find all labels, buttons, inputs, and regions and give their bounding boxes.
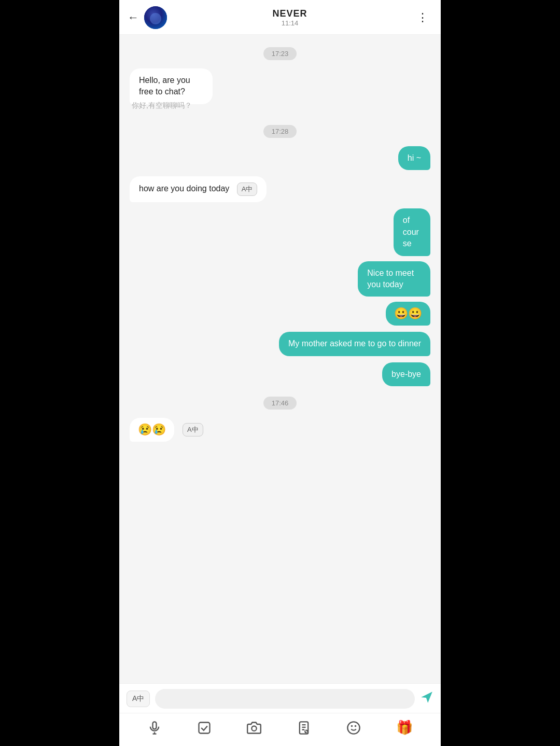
header: ← NEVER 11:14 ⋮ [119,0,441,35]
bubble-hi: hi ~ [398,146,430,170]
menu-button[interactable]: ⋮ [413,9,432,26]
bubble-hello: Hello, are you free to chat? [130,68,213,104]
svg-point-2 [251,726,256,730]
bubble-hello-text: Hello, are you free to chat? [139,76,190,96]
message-row: hi ~ [130,146,430,170]
bubble-emoji-smile: 😀😀 [386,302,430,326]
message-input[interactable] [155,689,415,709]
bubble-nicetomeet-text: Nice to meet you today [367,269,414,289]
bubble-ofcourse: of course [394,208,430,256]
bubble-group-right: of course Nice to meet you today 😀😀 [130,208,430,328]
header-center: NEVER 11:14 [167,8,413,27]
header-left: ← [128,6,167,29]
bubble-nicetomeet: Nice to meet you today [358,261,430,297]
message-row: My mother asked me to go to dinner [130,332,430,356]
svg-point-5 [347,722,359,734]
message-row: Nice to meet you today [327,261,430,297]
checkbox-button[interactable] [197,721,212,735]
mic-button[interactable] [147,721,162,735]
bubble-hello-subtext: 你好,有空聊聊吗？ [130,101,194,115]
chat-area: 17:23 Hello, are you free to chat? 你好,有空… [119,35,441,683]
translate-button[interactable]: A中 [127,691,150,707]
emoji-sad-text: 😢😢 [138,423,166,436]
bubble-byebye: bye-bye [382,362,430,386]
header-timestamp: 11:14 [167,19,413,27]
message-row: 😢😢 A中 [130,418,430,443]
emoji-button[interactable] [346,721,361,735]
timestamp-1723: 17:23 [263,47,297,60]
gift-button[interactable]: 🎁 [396,720,413,736]
timestamp-1728: 17:28 [263,125,297,138]
svg-rect-1 [199,722,210,733]
timestamp-1746: 17:46 [263,397,297,410]
translate-icon-sad[interactable]: A中 [183,423,203,437]
bubble-mother: My mother asked me to go to dinner [279,332,430,356]
bubble-ofcourse-text: of course [403,216,419,248]
contact-name: NEVER [167,8,413,19]
back-button[interactable]: ← [128,11,139,24]
bubble-hi-text: hi ~ [408,153,421,162]
message-row: how are you doing today A中 [130,176,430,202]
emoji-smile-text: 😀😀 [394,307,422,320]
bubble-byebye-text: bye-bye [391,370,421,378]
camera-button[interactable] [247,721,261,735]
toolbar: 🎁 [119,713,441,746]
send-button[interactable] [420,691,433,707]
message-row: Hello, are you free to chat? 你好,有空聊聊吗？ [130,68,430,115]
bubble-mother-text: My mother asked me to go to dinner [288,339,421,348]
message-row: bye-bye [130,362,430,386]
translate-icon-how[interactable]: A中 [237,182,258,196]
phone-frame: ← NEVER 11:14 ⋮ 17:23 Hello, are you fre… [119,0,441,746]
avatar[interactable] [144,6,167,29]
phone-button[interactable] [297,721,311,735]
message-group-left: Hello, are you free to chat? 你好,有空聊聊吗？ [130,68,248,115]
message-row: 😀😀 [386,302,430,326]
reaction-row: 😢😢 A中 [130,418,203,442]
svg-rect-0 [153,722,157,729]
input-area: A中 [119,683,441,713]
bubble-how-text: how are you doing today [139,185,229,193]
message-row: of course [377,208,430,256]
bubble-emoji-sad: 😢😢 [130,418,174,442]
bubble-how: how are you doing today A中 [130,176,267,202]
